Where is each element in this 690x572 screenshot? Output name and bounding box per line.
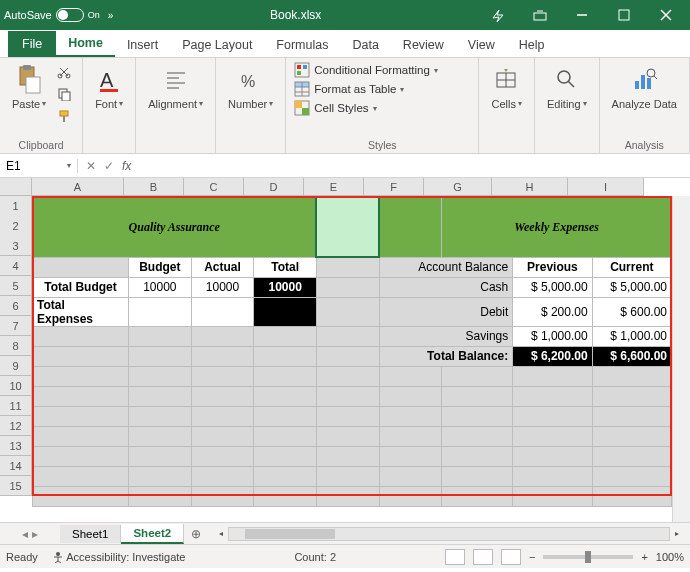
hscroll-left-icon[interactable]: ◂ — [214, 527, 228, 541]
enter-icon[interactable]: ✓ — [104, 159, 114, 173]
col-header-e[interactable]: E — [304, 178, 364, 196]
minimize-button[interactable] — [562, 1, 602, 29]
sheet-tab-sheet1[interactable]: Sheet1 — [60, 525, 121, 543]
row-header-12[interactable]: 12 — [0, 416, 32, 436]
titlebar: AutoSave On » Book.xlsx — [0, 0, 690, 30]
zoom-in-button[interactable]: + — [641, 551, 647, 563]
col-header-c[interactable]: C — [184, 178, 244, 196]
row-cash[interactable]: Cash — [379, 277, 513, 297]
status-accessibility[interactable]: Accessibility: Investigate — [52, 551, 186, 563]
row-header-7[interactable]: 7 — [0, 316, 32, 336]
row-debit[interactable]: Debit — [379, 297, 513, 326]
paste-button[interactable]: Paste▾ — [8, 62, 50, 112]
tab-page-layout[interactable]: Page Layout — [170, 33, 264, 57]
add-sheet-button[interactable]: ⊕ — [184, 527, 208, 541]
hdr-budget[interactable]: Budget — [129, 257, 192, 277]
row-total-balance[interactable]: Total Balance: — [379, 346, 513, 366]
tab-home[interactable]: Home — [56, 31, 115, 57]
savings-cur[interactable]: $ 1,000.00 — [592, 326, 671, 346]
zoom-out-button[interactable]: − — [529, 551, 535, 563]
tab-file[interactable]: File — [8, 31, 56, 57]
fx-icon[interactable]: fx — [122, 159, 131, 173]
we-title[interactable]: Weekly Expenses — [442, 197, 672, 257]
row-header-4[interactable]: 4 — [0, 256, 32, 276]
tb-budget[interactable]: 10000 — [129, 277, 192, 297]
maximize-button[interactable] — [604, 1, 644, 29]
row-header-1[interactable]: 123 — [0, 196, 32, 256]
format-as-table-button[interactable]: Format as Table▾ — [294, 81, 438, 97]
editing-button[interactable]: Editing▾ — [543, 62, 591, 112]
cells-button[interactable]: Cells▾ — [487, 62, 525, 112]
quick-tools-icon[interactable] — [478, 1, 518, 29]
tbal-prev[interactable]: $ 6,200.00 — [513, 346, 592, 366]
horizontal-scrollbar[interactable] — [228, 527, 670, 541]
tab-review[interactable]: Review — [391, 33, 456, 57]
name-box[interactable]: E1▾ — [0, 159, 78, 173]
tb-actual[interactable]: 10000 — [191, 277, 254, 297]
zoom-slider[interactable] — [543, 555, 633, 559]
row-header-11[interactable]: 11 — [0, 396, 32, 416]
conditional-formatting-button[interactable]: Conditional Formatting▾ — [294, 62, 438, 78]
hdr-acct-balance[interactable]: Account Balance — [379, 257, 513, 277]
tb-total[interactable]: 10000 — [254, 277, 317, 297]
debit-cur[interactable]: $ 600.00 — [592, 297, 671, 326]
font-button[interactable]: A Font▾ — [91, 62, 127, 112]
analyze-data-button[interactable]: Analyze Data — [608, 62, 681, 112]
sheet-tab-sheet2[interactable]: Sheet2 — [121, 524, 184, 544]
autosave-toggle[interactable]: AutoSave On — [4, 8, 100, 22]
format-painter-button[interactable] — [54, 106, 74, 126]
col-header-b[interactable]: B — [124, 178, 184, 196]
tab-formulas[interactable]: Formulas — [264, 33, 340, 57]
row-header-15[interactable]: 15 — [0, 476, 32, 496]
cut-button[interactable] — [54, 62, 74, 82]
row-total-expenses[interactable]: Total Expenses — [33, 297, 129, 326]
debit-prev[interactable]: $ 200.00 — [513, 297, 592, 326]
number-button[interactable]: % Number▾ — [224, 62, 277, 112]
col-header-g[interactable]: G — [424, 178, 492, 196]
hdr-current[interactable]: Current — [592, 257, 671, 277]
close-button[interactable] — [646, 1, 686, 29]
copy-button[interactable] — [54, 84, 74, 104]
cancel-icon[interactable]: ✕ — [86, 159, 96, 173]
col-header-h[interactable]: H — [492, 178, 568, 196]
row-header-14[interactable]: 14 — [0, 456, 32, 476]
hdr-total[interactable]: Total — [254, 257, 317, 277]
col-header-i[interactable]: I — [568, 178, 644, 196]
row-savings[interactable]: Savings — [379, 326, 513, 346]
ribbon-options-icon[interactable] — [520, 1, 560, 29]
tab-insert[interactable]: Insert — [115, 33, 170, 57]
row-header-13[interactable]: 13 — [0, 436, 32, 456]
cell-styles-button[interactable]: Cell Styles▾ — [294, 100, 438, 116]
view-normal-button[interactable] — [445, 549, 465, 565]
col-header-d[interactable]: D — [244, 178, 304, 196]
row-header-6[interactable]: 6 — [0, 296, 32, 316]
col-header-a[interactable]: A — [32, 178, 124, 196]
hdr-previous[interactable]: Previous — [513, 257, 592, 277]
qa-title[interactable]: Quality Assurance — [33, 197, 317, 257]
cash-prev[interactable]: $ 5,000.00 — [513, 277, 592, 297]
savings-prev[interactable]: $ 1,000.00 — [513, 326, 592, 346]
row-header-10[interactable]: 10 — [0, 376, 32, 396]
col-header-f[interactable]: F — [364, 178, 424, 196]
cells-area[interactable]: Quality Assurance Weekly Expenses Budget… — [32, 196, 672, 522]
group-cells: Cells▾ — [479, 58, 534, 153]
alignment-button[interactable]: Alignment▾ — [144, 62, 207, 112]
select-all-corner[interactable] — [0, 178, 32, 196]
tab-view[interactable]: View — [456, 33, 507, 57]
cell-e1-selected[interactable] — [316, 197, 379, 257]
row-header-9[interactable]: 9 — [0, 356, 32, 376]
view-page-break-button[interactable] — [501, 549, 521, 565]
formula-input[interactable] — [139, 159, 690, 173]
vertical-scrollbar[interactable] — [672, 196, 690, 522]
tbal-cur[interactable]: $ 6,600.00 — [592, 346, 671, 366]
cash-cur[interactable]: $ 5,000.00 — [592, 277, 671, 297]
hscroll-right-icon[interactable]: ▸ — [670, 527, 684, 541]
row-header-8[interactable]: 8 — [0, 336, 32, 356]
row-header-5[interactable]: 5 — [0, 276, 32, 296]
sheet-nav[interactable]: ◂ ▸ — [0, 527, 60, 541]
view-page-layout-button[interactable] — [473, 549, 493, 565]
row-total-budget[interactable]: Total Budget — [33, 277, 129, 297]
tab-data[interactable]: Data — [340, 33, 390, 57]
tab-help[interactable]: Help — [507, 33, 557, 57]
hdr-actual[interactable]: Actual — [191, 257, 254, 277]
